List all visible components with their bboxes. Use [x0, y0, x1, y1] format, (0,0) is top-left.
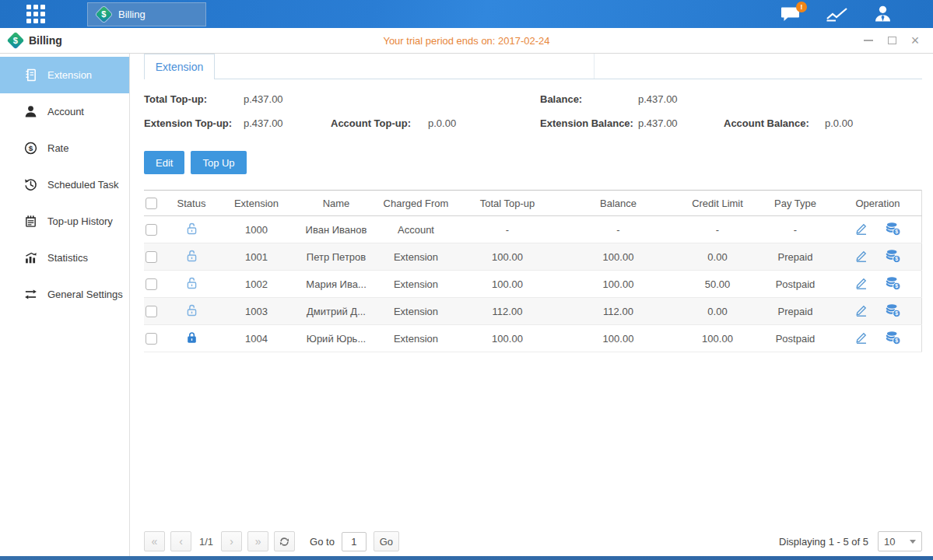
last-page-button[interactable]: » — [247, 531, 268, 551]
displaying-text: Displaying 1 - 5 of 5 — [779, 536, 868, 548]
page-size-value: 10 — [884, 536, 895, 548]
reports-chart-icon[interactable] — [826, 6, 848, 23]
account-balance-value: p.0.00 — [825, 117, 853, 129]
status-unlocked-icon — [185, 276, 198, 290]
titlebar: $ Billing Your trial period ends on: 201… — [0, 28, 933, 54]
extension-topup-label: Extension Top-up: — [144, 117, 232, 129]
top-up-icon[interactable]: $ — [886, 222, 901, 236]
row-checkbox[interactable] — [146, 224, 157, 236]
sidebar-item-label: Extension — [47, 69, 92, 81]
table-row: 1002Мария Ива...Extension100.00100.0050.… — [144, 271, 922, 298]
close-icon[interactable]: × — [910, 35, 921, 46]
app-launcher-icon[interactable] — [26, 5, 45, 23]
select-all-checkbox[interactable] — [146, 198, 157, 209]
edit-icon[interactable] — [854, 303, 868, 317]
maximize-icon[interactable] — [886, 35, 897, 46]
cell-total-topup: 100.00 — [457, 325, 558, 352]
sidebar-item-label: Top-up History — [47, 215, 113, 227]
cell-total-topup: 100.00 — [457, 271, 558, 298]
window-title: Billing — [29, 34, 62, 47]
cell-total-topup: - — [457, 216, 558, 243]
row-checkbox[interactable] — [146, 333, 157, 345]
notepad-icon — [23, 215, 37, 229]
cell-extension: 1004 — [216, 325, 297, 352]
chevron-down-icon — [910, 540, 916, 544]
column-header-name: Name — [297, 191, 375, 216]
cell-charged-from: Account — [375, 216, 457, 243]
column-header-extension: Extension — [216, 191, 297, 216]
messages-icon[interactable]: ! — [780, 6, 801, 23]
row-checkbox[interactable] — [146, 278, 157, 290]
go-button[interactable]: Go — [374, 531, 399, 551]
edit-icon[interactable] — [854, 276, 868, 290]
cell-charged-from: Extension — [375, 298, 457, 325]
column-header-checkbox — [144, 191, 167, 216]
tabstrip: Extension — [144, 54, 922, 79]
first-page-button[interactable]: « — [144, 531, 165, 551]
sidebar-item-label: Statistics — [47, 252, 88, 264]
sidebar-item-statistics[interactable]: Statistics — [0, 240, 129, 276]
top-up-button[interactable]: Top Up — [191, 151, 246, 174]
goto-page-input[interactable] — [342, 532, 367, 551]
topbar-tab-billing[interactable]: $ Billing — [87, 2, 206, 26]
bar-chart-icon — [23, 251, 37, 265]
cell-pay-type: Prepaid — [756, 243, 834, 271]
cell-credit-limit: - — [679, 216, 756, 243]
top-up-icon[interactable]: $ — [886, 249, 901, 263]
cell-pay-type: Postpaid — [756, 271, 834, 298]
prev-page-button[interactable]: ‹ — [170, 531, 191, 551]
page-indicator: 1/1 — [199, 536, 213, 548]
cell-extension: 1002 — [216, 271, 297, 298]
top-up-icon[interactable]: $ — [886, 276, 901, 290]
sidebar-item-label: Account — [47, 106, 84, 117]
sidebar-item-label: Scheduled Task — [47, 179, 119, 191]
cell-pay-type: Prepaid — [756, 298, 834, 325]
sidebar-item-rate[interactable]: $Rate — [0, 130, 129, 166]
sidebar-item-general-settings[interactable]: General Settings — [0, 276, 129, 313]
cell-charged-from: Extension — [375, 243, 457, 271]
table-row: 1003Дмитрий Д...Extension112.00112.000.0… — [144, 298, 922, 325]
user-account-icon[interactable] — [873, 5, 893, 23]
balance-value: p.437.00 — [638, 93, 678, 105]
cell-name: Юрий Юрь... — [297, 325, 375, 352]
edit-icon[interactable] — [854, 331, 868, 345]
row-checkbox[interactable] — [146, 251, 157, 263]
sidebar-item-label: Rate — [47, 142, 68, 154]
cell-charged-from: Extension — [375, 325, 457, 352]
cell-balance: 100.00 — [558, 243, 679, 271]
sidebar-item-top-up-history[interactable]: Top-up History — [0, 203, 129, 240]
clock-history-icon — [23, 178, 37, 192]
topbar: $ Billing ! — [0, 0, 933, 28]
tab-extension[interactable]: Extension — [144, 54, 215, 79]
refresh-icon[interactable] — [274, 531, 295, 551]
extension-balance-label: Extension Balance: — [540, 117, 633, 129]
cell-name: Дмитрий Д... — [297, 298, 375, 325]
ledger-icon — [23, 68, 37, 82]
cell-name: Иван Иванов — [297, 216, 375, 243]
sidebar-item-scheduled-task[interactable]: Scheduled Task — [0, 166, 129, 203]
sidebar-item-label: General Settings — [47, 289, 123, 300]
top-up-icon[interactable]: $ — [886, 331, 901, 345]
svg-text:$: $ — [895, 283, 898, 289]
billing-app-icon: $ — [96, 7, 111, 23]
topbar-tab-label: Billing — [118, 9, 146, 20]
cell-charged-from: Extension — [375, 271, 457, 298]
page-size-select[interactable]: 10 — [878, 531, 922, 551]
svg-text:$: $ — [895, 256, 898, 262]
top-up-icon[interactable]: $ — [886, 303, 901, 317]
column-header-charged-from: Charged From — [375, 191, 457, 216]
sidebar-item-account[interactable]: Account — [0, 93, 129, 130]
edit-icon[interactable] — [854, 222, 868, 236]
edit-icon[interactable] — [854, 249, 868, 263]
row-checkbox[interactable] — [146, 306, 157, 317]
account-balance-label: Account Balance: — [724, 117, 809, 129]
billing-app-window: $ Billing ! — [0, 0, 933, 560]
billing-window-icon: $ — [8, 33, 23, 48]
sidebar-item-extension[interactable]: Extension — [0, 57, 129, 93]
balance-summary: Total Top-up: p.437.00 Balance: p.437.00… — [144, 79, 922, 135]
extension-topup-value: p.437.00 — [244, 117, 283, 129]
minimize-icon[interactable] — [863, 35, 874, 46]
status-unlocked-icon — [185, 249, 198, 263]
next-page-button[interactable]: › — [221, 531, 242, 551]
edit-button[interactable]: Edit — [144, 151, 184, 174]
